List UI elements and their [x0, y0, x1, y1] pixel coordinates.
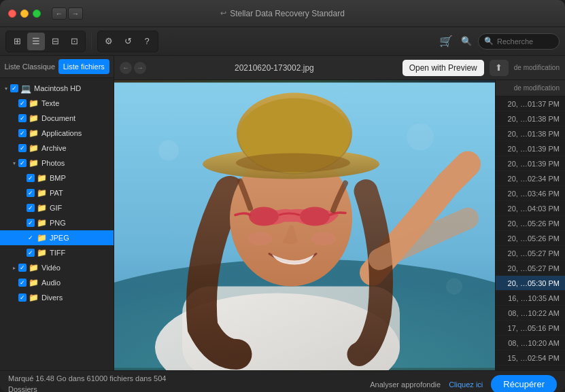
sidebar-item-jpeg[interactable]: 📁JPEG: [0, 230, 114, 245]
minimize-button[interactable]: [20, 10, 29, 18]
file-list-item[interactable]: 20, …01:39 PM: [496, 141, 565, 156]
sidebar-item-gif[interactable]: 📁GIF: [0, 200, 114, 215]
fullscreen-button[interactable]: [33, 10, 41, 18]
close-button[interactable]: [8, 10, 16, 18]
sidebar-item-photos[interactable]: 📁Photos: [0, 156, 114, 171]
checkbox-archive[interactable]: [18, 144, 27, 152]
checkbox-tiff[interactable]: [27, 249, 35, 257]
sidebar-item-audio[interactable]: 📁Audio: [0, 275, 114, 290]
sidebar-item-texte[interactable]: 📁Texte: [0, 96, 114, 111]
file-list-item[interactable]: 16, …10:35 AM: [496, 291, 565, 306]
file-list-item[interactable]: 20, …01:38 PM: [496, 126, 565, 141]
image-preview: [114, 80, 495, 370]
cart-button[interactable]: 🛒: [437, 33, 455, 50]
tree-label-bmp: BMP: [50, 174, 114, 182]
file-list-item[interactable]: 20, …04:03 PM: [496, 201, 565, 216]
checkbox-video[interactable]: [18, 264, 27, 272]
file-list-header: de modification: [496, 80, 565, 96]
sidebar-item-archive[interactable]: 📁Archive: [0, 141, 114, 156]
checkbox-divers[interactable]: [18, 293, 27, 302]
preview-svg: [114, 80, 495, 370]
checkbox-texte[interactable]: [18, 99, 27, 107]
open-preview-button[interactable]: Open with Preview: [403, 60, 484, 76]
checkbox-jpeg[interactable]: [27, 234, 35, 242]
folder-icon-gif: 📁: [37, 203, 47, 213]
sidebar-item-divers[interactable]: 📁Divers: [0, 290, 114, 305]
expand-icon-png: [19, 219, 26, 226]
settings-button[interactable]: ⚙: [100, 33, 118, 50]
expand-icon-document: [11, 115, 18, 122]
search-input[interactable]: [497, 37, 551, 46]
columns-view-button[interactable]: ⊟: [46, 33, 64, 50]
help-button[interactable]: ?: [138, 33, 156, 50]
file-list-item[interactable]: 20, …09:29 AM: [496, 366, 565, 370]
back-button[interactable]: ←: [52, 7, 67, 20]
tab-liste-classique[interactable]: Liste Classique: [4, 59, 56, 74]
file-list-item[interactable]: 20, …01:37 PM: [496, 96, 565, 111]
svg-point-13: [311, 232, 336, 246]
expand-icon-photos[interactable]: [11, 160, 18, 166]
checkbox-macintosh[interactable]: [10, 84, 18, 92]
refresh-button[interactable]: ↺: [119, 33, 137, 50]
file-list-item[interactable]: 20, …02:34 PM: [496, 171, 565, 186]
tree-label-video: Vidéo: [41, 264, 114, 272]
search-box[interactable]: 🔍: [478, 33, 560, 50]
tab-liste-fichiers[interactable]: Liste fichiers: [58, 59, 110, 74]
checkbox-png[interactable]: [27, 219, 35, 227]
file-list-item[interactable]: 20, …05:27 PM: [496, 261, 565, 276]
sidebar-item-pat[interactable]: 📁PAT: [0, 185, 114, 200]
list-view-button[interactable]: ☰: [27, 33, 45, 50]
folder-icon-jpeg: 📁: [37, 233, 47, 243]
analyze-link[interactable]: Cliquez ici: [449, 380, 483, 389]
file-list-item[interactable]: 20, …01:38 PM: [496, 111, 565, 126]
grid-view-button[interactable]: ⊞: [8, 33, 26, 50]
checkbox-pat[interactable]: [27, 189, 35, 197]
tree-label-macintosh: Macintosh HD: [34, 84, 114, 92]
file-list-item[interactable]: 20, …05:27 PM: [496, 246, 565, 261]
recover-button[interactable]: Récupérer: [491, 375, 557, 393]
file-list-item[interactable]: 15, …02:54 PM: [496, 351, 565, 366]
status-text: Marqué 16.48 Go dans 61000 fichiers dans…: [8, 374, 362, 392]
image-view: de modification 20, …01:37 PM20, …01:38 …: [114, 80, 565, 370]
checkbox-applications[interactable]: [18, 129, 27, 137]
expand-icon-video[interactable]: [11, 264, 18, 271]
file-list-item[interactable]: 08, …10:20 AM: [496, 336, 565, 351]
file-prev-button[interactable]: ←: [120, 62, 132, 74]
tree-label-png: PNG: [50, 219, 114, 227]
file-list-item[interactable]: 20, …03:46 PM: [496, 186, 565, 201]
sidebar-item-applications[interactable]: 📁Applications: [0, 126, 114, 141]
file-list-item[interactable]: 08, …10:22 AM: [496, 306, 565, 321]
sidebar-item-png[interactable]: 📁PNG: [0, 215, 114, 230]
file-list-item[interactable]: 20, …05:26 PM: [496, 231, 565, 246]
expand-icon-pat: [19, 190, 26, 196]
checkbox-bmp[interactable]: [27, 174, 35, 182]
file-list-item[interactable]: 20, …05:26 PM: [496, 216, 565, 231]
expand-icon-divers: [11, 294, 18, 301]
expand-icon-macintosh[interactable]: [3, 85, 10, 92]
sidebar-item-video[interactable]: 📁Vidéo: [0, 260, 114, 275]
tree-label-texte: Texte: [41, 99, 114, 107]
checkbox-gif[interactable]: [27, 204, 35, 212]
window-title: ↩ Stellar Data Recovery Standard: [220, 9, 345, 18]
checkbox-photos[interactable]: [18, 159, 27, 167]
file-list-item[interactable]: 20, …05:30 PM: [496, 276, 565, 291]
folder-icon-audio: 📁: [29, 278, 39, 287]
file-list-item[interactable]: 20, …01:39 PM: [496, 156, 565, 171]
sidebar-item-tiff[interactable]: 📁TIFF: [0, 245, 114, 260]
search-button[interactable]: 🔍: [458, 33, 475, 50]
sidebar-item-macintosh[interactable]: 💻Macintosh HD: [0, 81, 114, 96]
svg-point-14: [158, 141, 179, 161]
cover-view-button[interactable]: ⊡: [65, 33, 83, 50]
forward-button[interactable]: →: [68, 7, 83, 20]
share-button[interactable]: ⬆: [490, 60, 509, 76]
checkbox-document[interactable]: [18, 114, 27, 122]
checkbox-audio[interactable]: [18, 279, 27, 287]
folder-icon-video: 📁: [29, 263, 39, 272]
file-list-item[interactable]: 17, …05:16 PM: [496, 321, 565, 336]
file-next-button[interactable]: →: [134, 62, 146, 74]
toolbar: ⊞ ☰ ⊟ ⊡ ⚙ ↺ ? 🛒 🔍 🔍: [0, 27, 565, 56]
analyze-label: Analyser approfondie: [370, 380, 441, 389]
sidebar-item-bmp[interactable]: 📁BMP: [0, 171, 114, 185]
sidebar-item-document[interactable]: 📁Document: [0, 111, 114, 126]
svg-point-15: [407, 124, 434, 151]
